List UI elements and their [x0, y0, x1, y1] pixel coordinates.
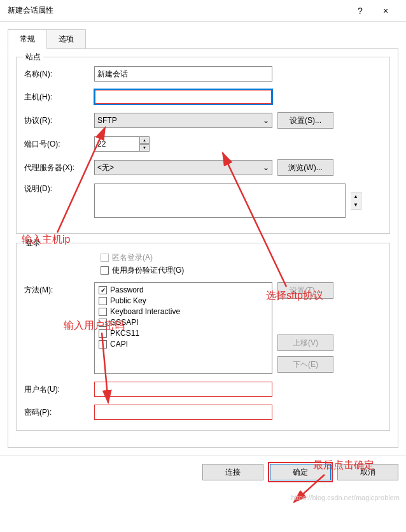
- method-publickey-label: Public Key: [110, 296, 146, 305]
- site-legend: 站点: [23, 52, 43, 62]
- auth-agent-checkbox[interactable]: [101, 266, 109, 275]
- proxy-label: 代理服务器(X):: [24, 162, 94, 173]
- method-listbox[interactable]: Password Public Key Keyboard Interactive…: [94, 282, 272, 374]
- anonymous-label: 匿名登录(A): [112, 252, 153, 263]
- port-down-button[interactable]: ▼: [139, 144, 150, 152]
- password-input[interactable]: [94, 405, 272, 420]
- login-legend: 登录: [23, 238, 43, 248]
- tabpanel: 站点 名称(N): 主机(H): 协议(R): SFTP ⌄: [8, 48, 398, 448]
- connect-button[interactable]: 连接: [202, 464, 263, 480]
- dialog-buttons: 连接 确定 取消: [0, 456, 406, 488]
- method-gssapi-checkbox[interactable]: [99, 319, 107, 327]
- proxy-select[interactable]: <无> ⌄: [94, 160, 272, 175]
- proxy-value: <无>: [97, 162, 114, 173]
- method-capi-checkbox[interactable]: [99, 340, 107, 349]
- protocol-select[interactable]: SFTP ⌄: [94, 113, 272, 128]
- method-label: 方法(M):: [24, 282, 94, 296]
- close-button[interactable]: ×: [373, 6, 398, 16]
- port-input[interactable]: [94, 136, 140, 152]
- method-password-checkbox[interactable]: [99, 286, 107, 294]
- method-capi-label: CAPI: [110, 340, 128, 349]
- method-password-label: Password: [110, 285, 144, 294]
- tab-options[interactable]: 选项: [47, 29, 86, 49]
- host-input[interactable]: [94, 89, 272, 104]
- method-movedown-button[interactable]: 下ヘ(E): [277, 356, 333, 373]
- protocol-label: 协议(R):: [24, 115, 94, 126]
- tabs: 常规 选项: [8, 29, 398, 49]
- port-up-button[interactable]: ▲: [139, 136, 150, 144]
- method-keyboard-checkbox[interactable]: [99, 308, 107, 316]
- cancel-button[interactable]: 取消: [337, 464, 398, 480]
- description-label: 说明(D):: [24, 183, 94, 194]
- help-button[interactable]: ?: [347, 6, 373, 16]
- username-label: 用户名(U):: [24, 384, 94, 395]
- method-moveup-button[interactable]: 上移(V): [277, 334, 333, 351]
- chevron-down-icon: ⌄: [263, 163, 269, 172]
- port-spinner[interactable]: ▲ ▼: [94, 136, 150, 152]
- scroll-up-icon: ▲: [353, 192, 358, 201]
- protocol-value: SFTP: [97, 116, 117, 125]
- method-pkcs11-label: PKCS11: [110, 329, 139, 338]
- method-pkcs11-checkbox[interactable]: [99, 329, 107, 338]
- auth-agent-label: 使用身份验证代理(G): [112, 265, 184, 276]
- watermark-text: https://blog.csdn.net/magicproblem: [291, 494, 400, 501]
- titlebar: 新建会话属性 ? ×: [0, 0, 406, 22]
- method-gssapi-label: GSSAPI: [110, 318, 139, 327]
- username-input[interactable]: [94, 382, 272, 397]
- password-label: 密码(P):: [24, 407, 94, 418]
- chevron-down-icon: ⌄: [263, 116, 269, 125]
- proxy-browse-button[interactable]: 浏览(W)...: [277, 159, 333, 176]
- method-keyboard-label: Keyboard Interactive: [110, 307, 180, 316]
- anonymous-checkbox: [101, 254, 109, 262]
- window-title: 新建会话属性: [8, 5, 347, 16]
- method-publickey-checkbox[interactable]: [99, 297, 107, 305]
- name-input[interactable]: [94, 66, 272, 82]
- description-textarea[interactable]: [94, 183, 346, 218]
- tab-general[interactable]: 常规: [8, 29, 47, 49]
- protocol-setup-button[interactable]: 设置(S)...: [277, 112, 333, 129]
- fieldset-site: 站点 名称(N): 主机(H): 协议(R): SFTP ⌄: [16, 57, 390, 234]
- name-label: 名称(N):: [24, 69, 94, 80]
- fieldset-login: 登录 匿名登录(A) 使用身份验证代理(G) 方法(M): Password P…: [16, 243, 390, 431]
- host-label: 主机(H):: [24, 92, 94, 103]
- scroll-down-icon: ▼: [353, 201, 358, 209]
- ok-button[interactable]: 确定: [270, 464, 331, 480]
- port-label: 端口号(O):: [24, 139, 94, 150]
- textarea-scrollbar[interactable]: ▲ ▼: [351, 192, 361, 210]
- method-setup-button[interactable]: 设置(T)...: [277, 282, 333, 299]
- dialog-content: 常规 选项 站点 名称(N): 主机(H): 协议(R):: [0, 22, 406, 456]
